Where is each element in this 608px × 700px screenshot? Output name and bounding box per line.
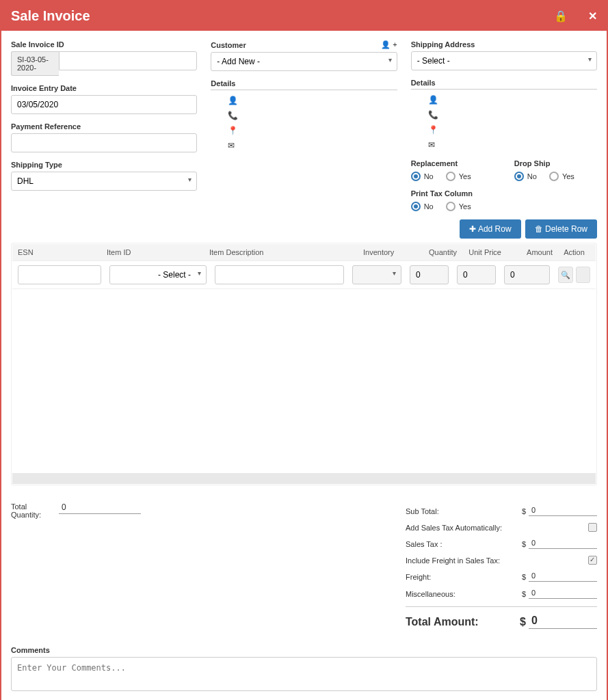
replacement-no[interactable]: No [411, 172, 434, 181]
phone-icon: 📞 [228, 111, 397, 120]
row-desc-input[interactable] [215, 265, 344, 284]
th-inventory: Inventory [360, 248, 415, 256]
row-price-input[interactable] [457, 265, 496, 284]
printtax-yes[interactable]: Yes [446, 202, 471, 211]
delete-row-button[interactable]: 🗑 Delete Row [525, 219, 597, 239]
dropship-no[interactable]: No [514, 172, 537, 181]
row-zoom-icon[interactable]: 🔍 [558, 267, 573, 283]
shipping-address-select[interactable] [411, 51, 597, 70]
th-action: Action [555, 248, 593, 256]
row-select-checkbox[interactable] [576, 267, 591, 283]
right-column: Shipping Address Details 👤 📞 📍 ✉ Replace… [411, 40, 597, 211]
lock-icon[interactable]: 🔒 [554, 10, 568, 23]
subtotal-label: Sub Total: [406, 507, 439, 515]
table-row: 🔍 [12, 260, 596, 288]
modal-title: Sale Invoice [11, 8, 90, 24]
misc-value: 0 [529, 589, 597, 599]
misc-label: Miscellaneous: [406, 590, 455, 598]
sale-invoice-id-prefix: SI-03-05-2020- [11, 51, 59, 76]
phone-icon-2: 📞 [428, 110, 597, 120]
payment-reference-label: Payment Reference [11, 122, 197, 131]
sale-invoice-id-input[interactable] [59, 51, 197, 70]
th-unitprice: Unit Price [460, 248, 504, 256]
th-itemid: Item ID [104, 248, 207, 256]
include-freight-label: Include Freight in Sales Tax: [406, 556, 500, 565]
sale-invoice-id-label: Sale Invoice ID [11, 40, 197, 49]
include-freight-checkbox[interactable] [588, 556, 597, 565]
freight-value: 0 [529, 571, 597, 582]
th-desc: Item Description [207, 248, 360, 256]
location-icon: 📍 [228, 126, 397, 135]
middle-column: Customer 👤 + Details 👤 📞 📍 ✉ [211, 40, 397, 211]
th-quantity: Quantity [415, 248, 460, 256]
items-table: ESN Item ID Item Description Inventory Q… [11, 243, 597, 485]
close-icon[interactable]: ✕ [588, 10, 597, 23]
email-icon-2: ✉ [428, 140, 597, 150]
total-amount-value: 0 [529, 615, 597, 629]
print-tax-label: Print Tax Column [411, 189, 597, 198]
modal-body: Sale Invoice ID SI-03-05-2020- Invoice E… [1, 31, 607, 700]
add-sales-tax-label: Add Sales Tax Automatically: [406, 524, 502, 532]
customer-add-icon[interactable]: 👤 + [381, 40, 397, 49]
dropship-yes[interactable]: Yes [549, 172, 574, 181]
modal-header: Sale Invoice 🔒 ✕ [1, 1, 607, 31]
invoice-entry-date-label: Invoice Entry Date [11, 84, 197, 92]
th-amount: Amount [504, 248, 555, 256]
shipping-type-select[interactable] [11, 172, 197, 191]
payment-reference-input[interactable] [11, 133, 197, 152]
shipping-details-header: Details [411, 79, 597, 90]
row-itemid-select[interactable] [109, 265, 207, 284]
email-icon: ✉ [228, 141, 397, 150]
person-icon-2: 👤 [428, 95, 597, 105]
sale-invoice-modal: Sale Invoice 🔒 ✕ Sale Invoice ID SI-03-0… [0, 0, 608, 700]
th-esn: ESN [15, 248, 104, 256]
row-qty-input[interactable] [410, 265, 449, 284]
table-empty-area [12, 288, 596, 473]
row-esn-input[interactable] [18, 265, 101, 284]
total-quantity-value: 0 [59, 502, 141, 514]
left-column: Sale Invoice ID SI-03-05-2020- Invoice E… [11, 40, 197, 211]
invoice-entry-date-input[interactable] [11, 95, 197, 114]
subtotal-value: 0 [529, 506, 597, 516]
total-quantity-label: Total Quantity: [11, 502, 45, 519]
sales-tax-label: Sales Tax : [406, 540, 442, 548]
total-amount-label: Total Amount: [406, 616, 479, 628]
add-sales-tax-checkbox[interactable] [588, 523, 597, 532]
comments-label: Comments [11, 646, 597, 654]
printtax-no[interactable]: No [411, 202, 434, 211]
header-icons: 🔒 ✕ [554, 10, 597, 23]
customer-label: Customer [211, 41, 246, 49]
replacement-label: Replacement [411, 159, 494, 167]
customer-select[interactable] [211, 52, 397, 71]
sales-tax-value: 0 [529, 539, 597, 549]
freight-label: Freight: [406, 573, 431, 581]
person-icon: 👤 [228, 96, 397, 105]
comments-textarea[interactable] [11, 657, 597, 691]
location-icon-2: 📍 [428, 125, 597, 135]
row-amount-input[interactable] [504, 265, 550, 284]
row-inventory-select[interactable] [352, 265, 401, 284]
customer-details-header: Details [211, 79, 397, 90]
add-row-button[interactable]: ✚ Add Row [460, 219, 520, 239]
shipping-address-label: Shipping Address [411, 40, 597, 49]
shipping-type-label: Shipping Type [11, 161, 197, 169]
replacement-yes[interactable]: Yes [446, 172, 471, 181]
drop-ship-label: Drop Ship [514, 159, 597, 167]
table-footer-strip [12, 473, 596, 484]
